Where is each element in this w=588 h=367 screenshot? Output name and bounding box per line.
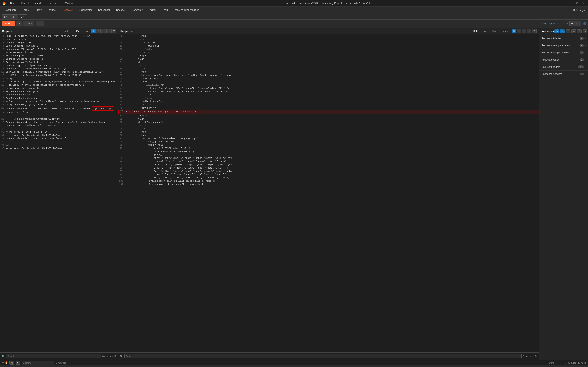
status-search-input[interactable] [22, 361, 54, 365]
send-button[interactable]: Send [2, 21, 15, 26]
status-icon-1[interactable]: ⚙ [2, 361, 4, 364]
inspector-item[interactable]: Request headers19› [539, 63, 588, 71]
response-line: 71 □□□□□□□□□□ <p> [119, 83, 539, 87]
tab-1-close[interactable]: ✕ [6, 16, 8, 18]
main-content: Request Pretty Raw Hex ▤ ⋮ ⋯ ↵ ☰ 1POST /… [0, 28, 588, 360]
toolbar: Send ⚙ Cancel ‹ › Target: http://127.0.0… [0, 20, 588, 28]
response-line: 69 checkFile()"> [119, 77, 539, 80]
response-line: 95 .Html",".Htm",".pHtml",".jsp",".jspa"… [119, 163, 539, 166]
req-view-icon-1[interactable]: ▤ [91, 29, 95, 33]
edit-target-icon[interactable]: ✏ [566, 22, 568, 25]
inspector-item[interactable]: Request query parameters1› [539, 42, 588, 49]
response-line: 86 <pre> [119, 134, 539, 137]
nav-tab-comparer[interactable]: Comparer [129, 7, 145, 13]
nav-tab-captcha[interactable]: captcha-killer-modified [172, 7, 202, 13]
menu-burp[interactable]: Burp [9, 1, 17, 6]
repeater-tab-3[interactable]: 3 ✕ [19, 15, 27, 19]
repeater-tab-2[interactable]: 2 ✕ [10, 15, 18, 19]
target-label: Target: http://127.0.0.1 [540, 22, 564, 25]
new-tab-button[interactable]: + [27, 14, 32, 19]
request-editor[interactable]: 1POST /uploadlabs/Pass-08/index.php ?act… [0, 34, 118, 352]
tab-2-close[interactable]: ✕ [15, 16, 16, 18]
resp-tab-render[interactable]: Render [499, 29, 511, 33]
response-editor[interactable]: 56 </h3>57 <p>58 □□□□<code>59 webshell60… [119, 34, 539, 352]
maximize-button[interactable]: □ [575, 1, 579, 5]
req-menu-icon[interactable]: ☰ [111, 29, 116, 33]
request-line: 24Connection: close [0, 111, 118, 114]
insp-close[interactable]: ✕ [583, 29, 587, 33]
insp-view-2[interactable]: ▤ [560, 29, 564, 33]
insp-settings[interactable]: ⚙ [577, 29, 582, 33]
nav-tab-proxy[interactable]: Proxy [33, 7, 45, 13]
resp-view-icon-2[interactable]: ⋮ [517, 29, 521, 33]
nav-tab-collaborator[interactable]: Collaborator [76, 7, 95, 13]
request-line: 9Origin: http://127.0.0.1 [0, 61, 118, 64]
response-search-input[interactable] [124, 354, 522, 358]
resp-wrap-icon[interactable]: ↵ [527, 29, 531, 33]
nav-tab-learn[interactable]: Learn [160, 7, 171, 13]
request-line: 6sec-ch-ua-mobile: ?0 [0, 51, 118, 54]
request-line: 31------WebKitFormBoundaryffqfhdEV6IkIQP… [0, 134, 118, 137]
back-button[interactable]: ◀ [9, 361, 14, 365]
request-line: 10Content-Type: multipart/form-data; [0, 64, 118, 67]
nav-tab-sequencer[interactable]: Sequencer [95, 7, 113, 13]
resp-menu-icon[interactable]: ☰ [532, 29, 537, 33]
response-line: 92 $deny_ext = [119, 153, 539, 157]
request-search-input[interactable] [6, 354, 101, 358]
menu-intruder[interactable]: Intruder [33, 1, 44, 6]
menu-help[interactable]: Help [77, 1, 85, 6]
menu-project[interactable]: Project [19, 1, 30, 6]
req-view-icon-2[interactable]: ⋮ [96, 29, 101, 33]
insp-view-1[interactable]: ▤ [554, 29, 559, 33]
response-line: 91 if (file_exists(UPLOAD_PATH)) { [119, 150, 539, 153]
response-line: 60 </code> [119, 48, 539, 51]
request-sub-tabs: Pretty Raw Hex [62, 29, 90, 33]
resp-tab-raw[interactable]: Raw [481, 29, 489, 33]
prev-button[interactable]: ‹ [35, 21, 40, 26]
req-tab-hex[interactable]: Hex [82, 29, 90, 33]
nav-tab-dashboard[interactable]: Dashboard [2, 7, 19, 13]
request-line: 5sec-ch-ua: "Chromium";v="106", "Not_A B… [0, 48, 118, 51]
close-button[interactable]: ✕ [581, 1, 586, 5]
nav-tab-repeater[interactable]: Repeater [60, 7, 75, 13]
tab-3-close[interactable]: ✕ [23, 16, 25, 18]
response-line: 97 Spf",".jHtml",".asp",".aspx",".asa","… [119, 169, 539, 173]
resp-view-icon-3[interactable]: ⋯ [522, 29, 526, 33]
response-line: 76 <div id="msg"> [119, 100, 539, 103]
minimize-button[interactable]: ─ [569, 1, 574, 5]
inspector-item[interactable]: Request cookies0› [539, 56, 588, 63]
inspector-item[interactable]: Request body parameters2› [539, 49, 588, 56]
resp-view-icon-1[interactable]: ▤ [512, 29, 516, 33]
inspector-panel: Inspector ▤ ▤ ⇕ ⇔ ⚙ ✕ Request attributes… [539, 28, 588, 360]
menu-repeater[interactable]: Repeater [47, 1, 60, 6]
response-search-settings[interactable]: ⚙ [535, 355, 537, 358]
resp-tab-pretty[interactable]: Pretty [470, 29, 480, 33]
response-line: 84 □□□ [119, 127, 539, 130]
nav-tab-target[interactable]: Target [20, 7, 32, 13]
req-view-icon-3[interactable]: ⋯ [101, 29, 106, 33]
settings-cog-button[interactable]: ⚙ [16, 21, 22, 26]
request-search-settings[interactable]: ⚙ [114, 355, 116, 358]
req-wrap-icon[interactable]: ↵ [106, 29, 111, 33]
status-icon-2[interactable]: 🔥 [5, 361, 8, 364]
response-line: 63 </li> [119, 57, 539, 61]
nav-tab-decoder[interactable]: Decoder [113, 7, 128, 13]
cancel-button[interactable]: Cancel [23, 21, 34, 26]
next-button[interactable]: › [40, 21, 44, 26]
response-line: 74 /> [119, 93, 539, 97]
http-info-icon[interactable]: ? [583, 22, 586, 25]
settings-button[interactable]: ⚙ Settings [571, 8, 586, 12]
req-tab-pretty[interactable]: Pretty [62, 29, 72, 33]
nav-tab-logger[interactable]: Logger [146, 7, 159, 13]
nav-tab-intruder[interactable]: Intruder [45, 7, 59, 13]
inspector-item[interactable]: Response headers6› [539, 71, 588, 78]
inspector-item[interactable]: Request attributes2› [539, 35, 588, 42]
repeater-tab-1[interactable]: 1 ✕ [2, 15, 10, 19]
menu-window[interactable]: Window [63, 1, 75, 6]
insp-expand[interactable]: ⇔ [571, 29, 576, 33]
resp-tab-hex[interactable]: Hex [490, 29, 498, 33]
http-version-button[interactable]: HTTP/1 [570, 21, 581, 26]
forward-button[interactable]: ▶ [16, 361, 20, 365]
insp-collapse[interactable]: ⇕ [566, 29, 570, 33]
req-tab-raw[interactable]: Raw [72, 29, 81, 33]
